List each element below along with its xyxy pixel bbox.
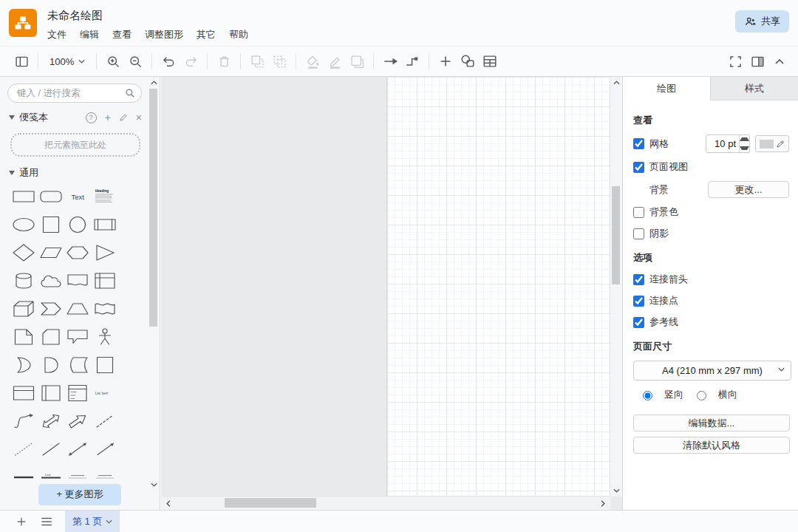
- page-view-checkbox[interactable]: [633, 162, 644, 173]
- connection-arrow-button[interactable]: [379, 50, 401, 72]
- landscape-label[interactable]: 横向: [718, 388, 737, 401]
- connection-points-checkbox[interactable]: [633, 296, 644, 307]
- horizontal-scrollbar-thumb[interactable]: [225, 498, 316, 508]
- shape-tape[interactable]: [92, 295, 119, 323]
- scroll-left-icon[interactable]: [163, 497, 174, 509]
- document-title[interactable]: 未命名绘图: [47, 8, 248, 23]
- landscape-radio[interactable]: [697, 391, 706, 400]
- shape-internal-storage[interactable]: [92, 267, 119, 295]
- add-to-scratchpad-icon[interactable]: +: [105, 112, 111, 123]
- shape-arrow[interactable]: [64, 407, 92, 435]
- tab-style[interactable]: 样式: [711, 77, 798, 100]
- menu-file[interactable]: 文件: [47, 28, 66, 41]
- connection-arrows-checkbox[interactable]: [633, 274, 644, 285]
- shape-and[interactable]: [38, 351, 65, 379]
- redo-button[interactable]: [180, 50, 202, 72]
- shape-trapezoid[interactable]: [64, 295, 92, 323]
- page[interactable]: [386, 77, 610, 497]
- edit-data-button[interactable]: 编辑数据...: [633, 415, 790, 432]
- shape-bidirectional-connector[interactable]: [64, 435, 92, 463]
- shape-process[interactable]: [92, 211, 119, 239]
- shadow-checkbox[interactable]: [633, 228, 644, 239]
- search-input[interactable]: [7, 83, 142, 103]
- grid-color-button[interactable]: [755, 135, 789, 152]
- waypoints-button[interactable]: [401, 50, 423, 72]
- to-back-button[interactable]: [268, 50, 290, 72]
- shape-rectangle[interactable]: [10, 183, 38, 211]
- shape-hexagon[interactable]: [64, 239, 92, 267]
- grid-checkbox[interactable]: [633, 138, 644, 149]
- shape-vertical-container[interactable]: [38, 379, 65, 407]
- shape-circle[interactable]: [64, 211, 92, 239]
- spinner-up-icon[interactable]: [740, 135, 749, 144]
- guides-label[interactable]: 参考线: [649, 316, 678, 329]
- shape-curve[interactable]: [10, 407, 38, 435]
- scratchpad-section-header[interactable]: 便笺本 ? + ×: [9, 111, 142, 124]
- shape-triangle[interactable]: [92, 239, 119, 267]
- grid-size-input[interactable]: 10 pt: [706, 134, 750, 153]
- background-color-checkbox[interactable]: [633, 207, 644, 218]
- to-front-button[interactable]: [246, 50, 268, 72]
- canvas-vertical-scrollbar[interactable]: [610, 77, 622, 497]
- pages-menu-button[interactable]: [34, 511, 59, 532]
- add-page-button[interactable]: [9, 511, 34, 532]
- insert-table-button[interactable]: [479, 50, 501, 72]
- shape-bidirectional-arrow[interactable]: [38, 407, 65, 435]
- shape-actor[interactable]: [92, 323, 119, 351]
- tab-diagram[interactable]: 绘图: [623, 77, 711, 100]
- shape-cloud[interactable]: [38, 267, 65, 295]
- shape-rounded-rectangle[interactable]: [38, 183, 65, 211]
- shape-text[interactable]: Text: [64, 183, 92, 211]
- shape-cylinder[interactable]: [10, 267, 38, 295]
- insert-button[interactable]: [434, 50, 457, 72]
- shape-ellipse[interactable]: [10, 211, 38, 239]
- menu-view[interactable]: 查看: [112, 28, 132, 41]
- menu-arrange[interactable]: 调整图形: [145, 28, 183, 41]
- drawing-canvas[interactable]: [161, 77, 622, 510]
- scroll-up-icon[interactable]: [611, 78, 621, 87]
- connection-points-label[interactable]: 连接点: [649, 294, 678, 307]
- shape-parallelogram[interactable]: [38, 239, 65, 267]
- insert-shape-button[interactable]: [457, 50, 479, 72]
- toggle-shapes-panel-button[interactable]: [10, 50, 33, 72]
- menu-extras[interactable]: 其它: [197, 28, 216, 41]
- page-tab-1[interactable]: 第 1 页: [65, 511, 120, 532]
- general-section-header[interactable]: 通用: [9, 166, 142, 180]
- shape-or[interactable]: [10, 351, 38, 379]
- share-button[interactable]: 共享: [735, 10, 789, 33]
- zoom-out-button[interactable]: [124, 50, 146, 72]
- sidebar-scrollbar[interactable]: [149, 78, 159, 489]
- fullscreen-button[interactable]: [724, 50, 746, 72]
- shape-card[interactable]: [38, 323, 65, 351]
- shape-callout[interactable]: [64, 323, 92, 351]
- menu-help[interactable]: 帮助: [229, 28, 248, 41]
- shape-directional-connector[interactable]: [92, 435, 119, 463]
- shape-square-2[interactable]: [92, 351, 119, 379]
- shadow-button[interactable]: [346, 50, 368, 72]
- guides-checkbox[interactable]: [633, 317, 644, 328]
- shape-square[interactable]: [38, 211, 65, 239]
- shape-dashed-line[interactable]: [92, 407, 119, 435]
- scroll-down-icon[interactable]: [611, 486, 621, 495]
- page-view-label[interactable]: 页面视图: [649, 160, 688, 174]
- shape-cube[interactable]: [10, 295, 38, 323]
- grid-label[interactable]: 网格: [649, 137, 669, 151]
- undo-button[interactable]: [157, 50, 180, 72]
- shape-container[interactable]: [10, 379, 38, 407]
- toggle-format-panel-button[interactable]: [746, 50, 768, 72]
- background-color-label[interactable]: 背景色: [649, 205, 678, 219]
- sidebar-scrollbar-thumb[interactable]: [149, 89, 157, 327]
- shape-dotted-line[interactable]: [10, 435, 38, 463]
- delete-button[interactable]: [213, 50, 235, 72]
- more-shapes-button[interactable]: + 更多图形: [38, 484, 121, 505]
- fill-color-button[interactable]: [301, 50, 324, 72]
- shape-diamond[interactable]: [10, 239, 38, 267]
- line-color-button[interactable]: [324, 50, 346, 72]
- shadow-label[interactable]: 阴影: [649, 227, 669, 240]
- clear-default-style-button[interactable]: 清除默认风格: [633, 437, 790, 454]
- shape-document[interactable]: [64, 267, 92, 295]
- spinner-down-icon[interactable]: [740, 144, 749, 153]
- scratchpad-dropzone[interactable]: 把元素拖至此处: [10, 133, 140, 157]
- shape-data-storage[interactable]: [64, 351, 92, 379]
- vertical-scrollbar-thumb[interactable]: [612, 186, 620, 284]
